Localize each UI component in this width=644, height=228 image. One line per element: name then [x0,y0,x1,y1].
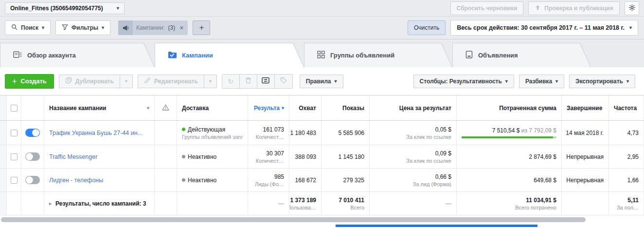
publish-up-arrow-icon [535,4,541,12]
settings-button[interactable] [625,1,639,15]
results-value: 985 [274,173,284,180]
copy-icon [65,77,72,85]
duplicate-button[interactable]: Дублировать [59,75,120,88]
edit-button[interactable]: Редактировать [138,75,204,88]
delete-button[interactable] [240,75,257,88]
column-header-reach[interactable]: Охват [289,95,322,120]
tab-campaigns[interactable]: Кампании [155,43,304,67]
trash-icon [245,77,251,85]
campaign-name-link[interactable]: Traffic Messenger [49,153,149,160]
ends-value: Непрерывная [566,153,604,160]
results-cell: 161 073 Количест… [248,121,289,145]
account-selector[interactable]: Online_Fitnes (350654992054775) ▾ [5,2,125,14]
campaign-name-link[interactable]: Трафик Украина Бушь 27-44 ин... [49,130,149,136]
filters-label: Фильтры [72,24,98,31]
frequency-total-sub: За пол… [617,205,639,210]
chevron-down-icon: ▾ [505,79,508,84]
duplicate-split-button: Дублировать ▾ [59,75,133,88]
frequency-value: 4,73 [627,130,639,136]
date-range-selector[interactable]: Весь срок действия: 30 сентября 2017 г. … [450,20,638,36]
column-header-warnings[interactable] [155,95,177,120]
column-header-spent[interactable]: Потраченная сумма [457,95,562,120]
duplicate-label: Дублировать [75,78,114,85]
chevron-down-icon: ▾ [209,79,212,84]
clear-filters-button[interactable]: Очистить [408,20,446,35]
impressions-cell: 279 325 [322,169,370,191]
table-toolbar: + Создать Дублировать ▾ [0,67,644,89]
horizontal-scrollbar-thumb[interactable] [1,217,586,222]
header-reach-label: Охват [299,105,316,112]
campaign-toggle[interactable] [25,152,40,161]
column-header-delivery[interactable]: Доставка [177,95,248,120]
cost-total-cell: — [370,192,457,215]
tab-ad-sets[interactable]: Группы объявлений [304,43,452,67]
columns-dropdown[interactable]: Столбцы: Результативность ▾ [413,75,514,88]
cost-value: 0,09 $ [435,150,451,157]
results-cell: 985 Лиды (Фо… [248,169,289,191]
search-dropdown[interactable]: Поиск ▾ [5,20,51,35]
export-dropdown[interactable]: Экспортировать ▾ [569,75,635,88]
column-header-impressions[interactable]: Показы [322,95,370,120]
edit-caret-button[interactable]: ▾ [204,75,217,88]
refresh-button[interactable]: ↻ [222,75,240,88]
sort-caret-icon: ▾ [282,106,284,111]
tag-button[interactable] [275,75,292,88]
account-overview-icon [13,51,22,60]
select-all-checkbox[interactable] [11,105,18,112]
campaigns-folder-check-icon [168,51,177,60]
tab-account-overview[interactable]: Обзор аккаунта [0,43,155,67]
campaigns-filter-chip[interactable]: Кампании: (3) × [118,20,188,35]
duplicate-caret-button[interactable]: ▾ [120,75,133,88]
create-button[interactable]: + Создать [5,74,54,89]
column-header-cost[interactable]: Цена за результат [370,95,457,120]
filters-dropdown[interactable]: Фильтры ▾ [55,20,110,35]
expander-icon[interactable]: ▸ [49,201,52,206]
reach-cell: 168 672 [289,169,322,191]
close-icon[interactable]: × [179,24,183,32]
plus-icon: + [12,77,17,86]
results-sub: Количест… [256,158,284,164]
spent-total-sub: Всего потрачено [515,205,556,210]
delivery-status: Неактивно [188,177,216,184]
add-filter-button[interactable]: + [193,20,210,35]
campaign-toggle[interactable] [25,176,40,184]
impressions-value: 279 325 [343,177,364,184]
rules-dropdown[interactable]: Правила ▾ [300,75,343,88]
campaign-megaphone-icon [118,20,133,35]
spent-value: 2 874,69 $ [529,153,556,160]
campaign-toggle[interactable] [25,129,40,137]
totals-label: Результаты, число кампаний: 3 [55,200,146,207]
filter-funnel-icon [62,24,68,32]
spent-value: 7 510,54 $ [492,127,520,134]
table-row: Трафик Украина Бушь 27-44 ин... Действую… [0,121,644,145]
row-checkbox[interactable] [11,153,18,160]
bottom-blue-bar [336,225,537,227]
column-header-ends[interactable]: Завершение [562,95,609,120]
spent-total: 11 034,91 $ [526,197,556,204]
discard-drafts-button[interactable]: Сбросить черновики [450,1,524,15]
row-checkbox[interactable] [11,130,18,136]
table-totals-row: ▸ Результаты, число кампаний: 3 — 1 373 … [0,192,644,215]
campaign-name-link[interactable]: Лидген - телефоны [49,177,149,184]
toolbar-right: Столбцы: Результативность ▾ Разбивка ▾ Э… [413,75,635,88]
swap-arrows-icon [262,77,269,85]
column-header-name[interactable]: Название кампании ▾ [44,95,155,120]
row-checkbox[interactable] [11,177,18,184]
edit-label: Редактировать [154,78,198,85]
spent-cell: 7 510,54 $ из 7 792,09 $ [457,121,562,145]
header-name-label: Название кампании [49,105,106,112]
review-publish-button[interactable]: Проверка и публикация [528,1,620,15]
ab-test-button[interactable] [257,75,275,88]
tab-strip: Обзор аккаунта Кампании Группы объявлени… [0,40,644,67]
results-total: — [278,200,284,207]
column-header-frequency[interactable]: Частота [609,95,644,120]
delivery-status: Действующая [188,126,225,133]
breakdown-dropdown[interactable]: Разбивка ▾ [519,75,564,88]
cost-sub: За клик по ссылке [406,158,451,164]
tab-ads[interactable]: Объявления [452,43,591,67]
ends-cell: Непрерывная [562,145,609,168]
column-header-results[interactable]: Результа ▾ [248,95,289,120]
review-publish-label: Проверка и публикация [544,5,613,12]
filter-bar: Поиск ▾ Фильтры ▾ Кампании: (3) × + Очис… [0,17,644,39]
tab-label: Объявления [478,52,518,59]
